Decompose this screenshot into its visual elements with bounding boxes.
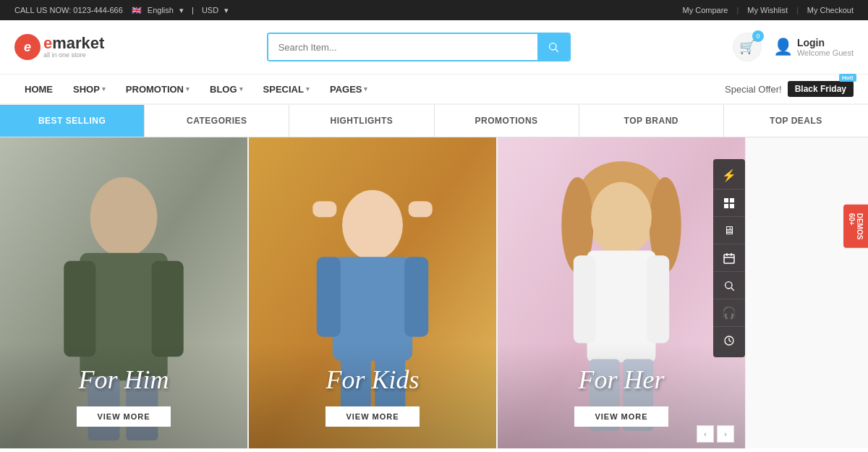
language-currency[interactable]: 🇬🇧 English ▾ | USD ▾ (132, 6, 229, 15)
side-icon-flash[interactable]: ⚡ (713, 162, 745, 189)
top-bar-left: CALL US NOW: 0123-444-666 🇬🇧 English ▾ |… (14, 6, 229, 15)
search-icon (548, 41, 559, 53)
card-her-view-more[interactable]: VIEW MORE (574, 406, 668, 427)
login-label[interactable]: Login (797, 37, 854, 48)
demos-button[interactable]: 60+ DEMOS (843, 204, 868, 248)
nav-right: Special Offer! Hot! Black Friday (725, 81, 854, 97)
card-her-title: For Her (512, 364, 731, 395)
welcome-label: Welcome Guest (797, 48, 854, 57)
right-sidebar (745, 137, 868, 448)
logo[interactable]: e emarket all in one store (14, 34, 104, 60)
flag-icon: 🇬🇧 (132, 6, 142, 15)
svg-point-0 (549, 43, 556, 50)
chevron-down-icon: ▾ (186, 85, 190, 93)
nav-item-special[interactable]: SPECIAL ▾ (253, 74, 320, 104)
svg-rect-29 (724, 198, 728, 202)
svg-line-41 (729, 341, 731, 341)
svg-rect-26 (647, 255, 669, 343)
login-text: Login Welcome Guest (797, 37, 854, 57)
svg-rect-32 (730, 204, 734, 208)
currency-label[interactable]: USD (202, 6, 218, 14)
side-icon-clock[interactable] (713, 327, 745, 354)
carousel-prev[interactable]: ‹ (697, 425, 714, 443)
nav-left: HOME SHOP ▾ PROMOTION ▾ BLOG ▾ SPECIAL ▾… (14, 74, 378, 104)
carousel-controls: ‹ › (697, 425, 734, 443)
card-him-view-more[interactable]: VIEW MORE (77, 406, 170, 427)
search-bar[interactable] (267, 33, 571, 61)
special-offer-label: Special Offer! (725, 84, 782, 95)
my-compare-link[interactable]: My Compare (683, 6, 728, 14)
header-right: 🛒 0 👤 Login Welcome Guest (733, 33, 854, 61)
cards-row: For Him VIEW MORE (0, 137, 745, 448)
nav-item-blog[interactable]: BLOG ▾ (200, 74, 253, 104)
trending-section: TRENDING HASHTAG (0, 448, 868, 452)
carousel-next[interactable]: › (717, 425, 734, 443)
tagline: all in one store (43, 52, 104, 59)
tab-promotions[interactable]: PROMOTIONS (435, 105, 579, 137)
svg-line-38 (731, 288, 734, 291)
card-him-overlay: For Him VIEW MORE (0, 343, 247, 448)
logo-icon: e (14, 34, 41, 60)
svg-line-1 (556, 49, 558, 52)
nav-item-home[interactable]: HOME (14, 74, 63, 104)
my-checkout-link[interactable]: My Checkout (807, 6, 854, 14)
currency-arrow: ▾ (224, 6, 229, 15)
chevron-down-icon: ▾ (306, 85, 310, 93)
language-arrow: ▾ (179, 6, 184, 15)
tab-top-brand[interactable]: TOP BRAND (579, 105, 724, 137)
svg-rect-30 (730, 198, 734, 202)
card-him-title: For Him (14, 364, 233, 395)
svg-rect-31 (724, 204, 728, 208)
side-icon-search[interactable] (713, 272, 745, 299)
card-for-kids[interactable]: For Kids VIEW MORE (247, 137, 496, 448)
svg-point-10 (342, 190, 403, 260)
nav-item-shop[interactable]: SHOP ▾ (63, 74, 116, 104)
header: e emarket all in one store 🛒 0 👤 Login (0, 20, 868, 74)
tab-categories[interactable]: CATEGORIES (145, 105, 289, 137)
svg-rect-12 (409, 201, 433, 217)
svg-rect-33 (724, 255, 734, 263)
chevron-down-icon: ▾ (102, 85, 106, 93)
cart-button[interactable]: 🛒 0 (733, 33, 762, 61)
svg-point-37 (726, 281, 732, 288)
card-kids-view-more[interactable]: VIEW MORE (326, 406, 419, 427)
nav-item-pages[interactable]: PAGES ▾ (320, 74, 378, 104)
side-icon-grid[interactable] (713, 189, 745, 217)
phone-number: CALL US NOW: 0123-444-666 (14, 6, 123, 14)
brand-name: emarket (43, 35, 104, 52)
hot-tag: Hot! (839, 74, 856, 82)
chevron-down-icon: ▾ (239, 85, 243, 93)
tab-best-selling[interactable]: BEST SELLING (0, 105, 145, 137)
side-icons-panel: ⚡ 🖥 🎧 (713, 159, 745, 357)
card-kids-overlay: For Kids VIEW MORE (249, 343, 496, 448)
nav-item-promotion[interactable]: PROMOTION ▾ (116, 74, 200, 104)
user-icon: 👤 (773, 38, 793, 56)
card-kids-title: For Kids (263, 364, 482, 395)
search-button[interactable] (537, 34, 569, 60)
login-area[interactable]: 👤 Login Welcome Guest (773, 37, 854, 57)
top-bar: CALL US NOW: 0123-444-666 🇬🇧 English ▾ |… (0, 0, 868, 20)
side-icon-calendar[interactable] (713, 244, 745, 272)
navigation: HOME SHOP ▾ PROMOTION ▾ BLOG ▾ SPECIAL ▾… (0, 74, 868, 105)
main-content: For Him VIEW MORE (0, 137, 868, 448)
side-icon-headset[interactable]: 🎧 (713, 299, 745, 327)
card-for-her[interactable]: ⚡ 🖥 🎧 For Her VIEW MORE (496, 137, 745, 448)
side-icon-monitor[interactable]: 🖥 (713, 217, 745, 244)
logo-text: emarket all in one store (43, 35, 104, 59)
card-for-him[interactable]: For Him VIEW MORE (0, 137, 247, 448)
my-wishlist-link[interactable]: My Wishlist (747, 6, 788, 14)
cart-badge: 0 (752, 30, 764, 42)
svg-point-23 (591, 182, 652, 252)
black-friday-badge[interactable]: Hot! Black Friday (788, 81, 854, 97)
top-bar-right: My Compare | My Wishlist | My Checkout (683, 6, 854, 14)
chevron-down-icon: ▾ (364, 85, 367, 93)
language-label[interactable]: English (148, 6, 174, 14)
svg-rect-15 (404, 257, 428, 336)
svg-rect-14 (317, 257, 341, 336)
tab-top-deals[interactable]: TOP DEALS (724, 105, 868, 137)
svg-point-3 (90, 177, 158, 257)
svg-rect-11 (312, 201, 336, 217)
tab-highlights[interactable]: HIGHTLIGHTS (289, 105, 434, 137)
search-input[interactable] (268, 34, 537, 60)
svg-rect-25 (574, 255, 596, 343)
